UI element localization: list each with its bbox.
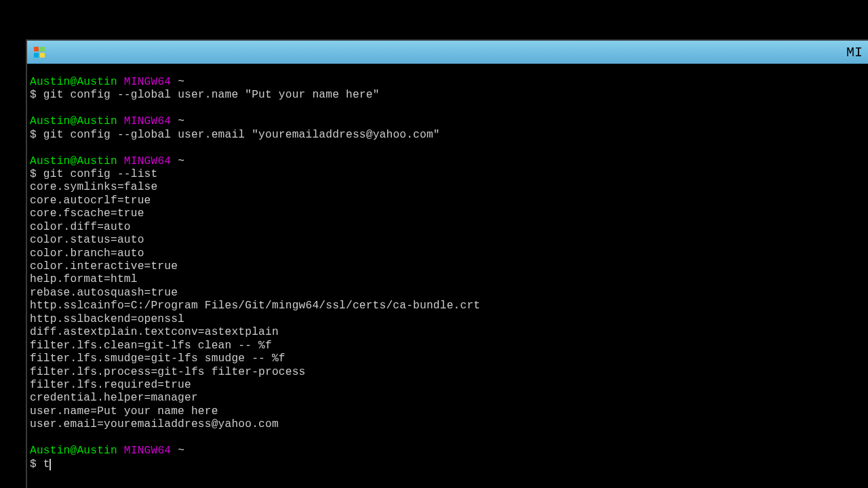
prompt-symbol: $ — [30, 458, 43, 470]
output-line: diff.astextplain.textconv=astextplain — [30, 326, 865, 339]
svg-rect-0 — [34, 47, 39, 52]
blank-line — [30, 142, 865, 155]
output-line: color.interactive=true — [30, 260, 865, 273]
command-text: git config --global user.name "Put your … — [43, 89, 380, 101]
output-line: rebase.autosquash=true — [30, 287, 865, 300]
prompt-path: ~ — [178, 115, 184, 127]
output-line: filter.lfs.smudge=git-lfs smudge -- %f — [30, 352, 865, 365]
output-line: http.sslcainfo=C:/Program Files/Git/ming… — [30, 300, 865, 312]
output-line: color.status=auto — [30, 234, 865, 247]
command-line[interactable]: $ git config --global user.email "yourem… — [30, 129, 865, 142]
output-line: color.diff=auto — [30, 221, 865, 234]
prompt-user: Austin@Austin — [30, 445, 124, 457]
prompt-user: Austin@Austin — [30, 115, 124, 127]
title-bar-text: MI — [846, 45, 863, 60]
terminal-body[interactable]: Austin@Austin MINGW64 ~$ git config --gl… — [27, 64, 868, 471]
command-line[interactable]: $ git config --global user.name "Put you… — [30, 89, 865, 102]
command-line[interactable]: $ git config --list — [30, 168, 865, 181]
prompt-env: MINGW64 — [124, 155, 178, 167]
prompt-symbol: $ — [30, 89, 43, 101]
prompt-symbol: $ — [30, 168, 43, 180]
blank-line — [30, 102, 865, 115]
cursor — [50, 459, 51, 470]
command-text: git config --global user.email "youremai… — [43, 129, 440, 141]
output-line: user.email=youremailaddress@yahoo.com — [30, 418, 865, 431]
svg-rect-3 — [40, 53, 45, 58]
output-line: core.fscache=true — [30, 207, 865, 220]
terminal-window: MI Austin@Austin MINGW64 ~$ git config -… — [26, 39, 868, 488]
output-line: user.name=Put your name here — [30, 405, 865, 418]
prompt-symbol: $ — [30, 129, 43, 141]
blank-line — [30, 432, 865, 445]
command-text: git config --list — [43, 168, 158, 180]
svg-rect-1 — [40, 47, 45, 52]
output-line: core.autocrlf=true — [30, 195, 865, 207]
app-icon — [33, 45, 46, 59]
prompt-line: Austin@Austin MINGW64 ~ — [30, 445, 865, 458]
prompt-line: Austin@Austin MINGW64 ~ — [30, 155, 865, 168]
output-line: filter.lfs.clean=git-lfs clean -- %f — [30, 340, 865, 352]
prompt-env: MINGW64 — [124, 115, 178, 127]
prompt-line: Austin@Austin MINGW64 ~ — [30, 115, 865, 128]
prompt-env: MINGW64 — [124, 76, 178, 88]
prompt-line: Austin@Austin MINGW64 ~ — [30, 76, 865, 89]
prompt-user: Austin@Austin — [30, 76, 124, 88]
output-line: help.format=html — [30, 273, 865, 286]
prompt-path: ~ — [178, 76, 184, 88]
title-bar[interactable]: MI — [27, 41, 868, 64]
prompt-env: MINGW64 — [124, 445, 178, 457]
output-line: credential.helper=manager — [30, 392, 865, 405]
command-line[interactable]: $ t — [30, 458, 865, 471]
prompt-path: ~ — [178, 445, 184, 457]
prompt-path: ~ — [178, 155, 184, 167]
prompt-user: Austin@Austin — [30, 155, 124, 167]
output-line: filter.lfs.process=git-lfs filter-proces… — [30, 366, 865, 379]
output-line: color.branch=auto — [30, 247, 865, 260]
output-line: filter.lfs.required=true — [30, 379, 865, 392]
output-line: core.symlinks=false — [30, 181, 865, 194]
output-line: http.sslbackend=openssl — [30, 313, 865, 326]
svg-rect-2 — [34, 53, 39, 58]
